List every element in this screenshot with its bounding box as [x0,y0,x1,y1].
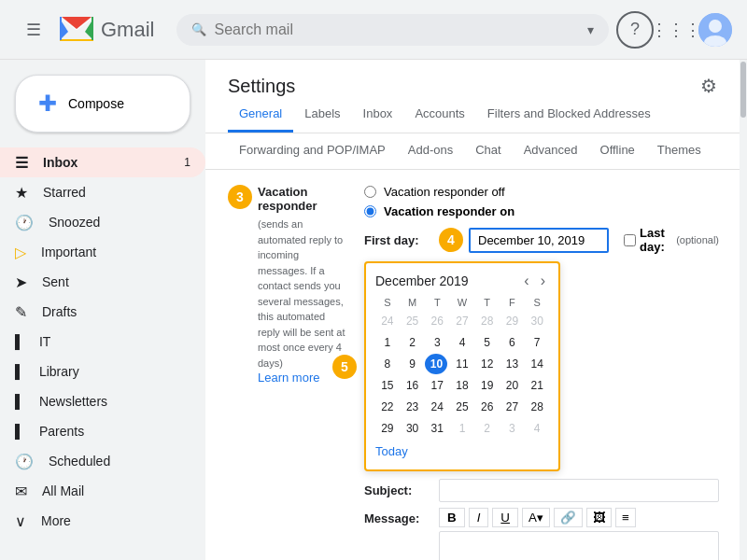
avatar[interactable] [698,13,732,47]
cal-day[interactable]: 19 [475,375,500,396]
sidebar-item-parents[interactable]: ▌ Parents [0,416,205,446]
sidebar-item-important[interactable]: ▷ Important [0,237,205,267]
cal-day[interactable]: 27 [450,311,474,331]
cal-day[interactable]: 26 [475,397,500,417]
hamburger-icon[interactable]: ☰ [15,11,52,49]
apps-icon[interactable]: ⋮⋮⋮ [657,11,695,49]
radio-on-input[interactable] [364,205,376,217]
cal-day[interactable]: 2 [475,418,500,439]
vacation-options-col: Vacation responder off Vacation responde… [364,185,719,560]
image-button[interactable]: 🖼 [586,508,612,527]
underline-button[interactable]: U [492,508,518,527]
cal-next-icon[interactable]: › [537,273,549,289]
sidebar-item-scheduled[interactable]: 🕐 Scheduled [0,446,205,476]
cal-day[interactable]: 18 [450,375,474,396]
tab-general[interactable]: General [228,97,293,133]
compose-button[interactable]: ✚ Compose [15,75,190,133]
cal-day[interactable]: 24 [425,397,449,417]
calendar-today-btn[interactable]: Today [375,439,549,460]
learn-more-link[interactable]: Learn more [258,371,319,385]
last-day-checkbox[interactable] [624,234,636,246]
cal-day[interactable]: 14 [525,354,549,374]
cal-day[interactable]: 1 [450,418,474,439]
cal-day[interactable]: 6 [500,332,525,353]
cal-day[interactable]: 20 [500,375,525,396]
cal-day[interactable]: 3 [425,332,449,353]
search-input[interactable] [214,21,580,38]
sidebar-item-all-mail[interactable]: ✉ All Mail [0,476,205,506]
sidebar-item-starred[interactable]: ★ Starred [0,177,205,207]
tab-offline[interactable]: Offline [589,133,646,169]
message-textarea[interactable] [439,531,719,560]
radio-on[interactable]: Vacation responder on [364,204,719,218]
cal-day[interactable]: 25 [450,397,474,417]
italic-button[interactable]: I [469,508,489,527]
cal-day[interactable]: 27 [500,397,525,417]
subject-input[interactable] [439,479,719,502]
tab-forwarding[interactable]: Forwarding and POP/IMAP [228,133,397,169]
search-dropdown-icon[interactable]: ▾ [587,22,594,37]
cal-day[interactable]: 11 [450,354,474,374]
sidebar-item-drafts[interactable]: ✎ Drafts [0,297,205,327]
sidebar-item-sent[interactable]: ➤ Sent [0,267,205,297]
cal-day[interactable]: 22 [375,397,400,417]
cal-day[interactable]: 24 [375,311,400,331]
sidebar-item-it[interactable]: ▌ IT [0,327,205,357]
font-color-button[interactable]: A▾ [522,508,550,527]
cal-day[interactable]: 15 [375,375,400,396]
sidebar-item-label: Newsletters [39,394,107,409]
cal-day[interactable]: 28 [525,397,549,417]
sidebar-item-snoozed[interactable]: 🕐 Snoozed [0,207,205,237]
cal-day[interactable]: 3 [500,418,525,439]
cal-day[interactable]: 29 [375,418,400,439]
cal-day[interactable]: 28 [475,311,500,331]
cal-day[interactable]: 4 [525,418,549,439]
cal-day[interactable]: 12 [475,354,500,374]
cal-day[interactable]: 2 [401,332,425,353]
tab-themes[interactable]: Themes [646,133,712,169]
cal-day[interactable]: 25 [401,311,425,331]
cal-day[interactable]: 7 [525,332,549,353]
cal-day[interactable]: 21 [525,375,549,396]
cal-day[interactable]: 1 [375,332,400,353]
cal-day-selected[interactable]: 10 [425,354,447,374]
cal-day[interactable]: 29 [500,311,525,331]
cal-day-header-s2: S [525,295,549,310]
tab-addons[interactable]: Add-ons [397,133,464,169]
cal-day[interactable]: 30 [525,311,549,331]
first-day-input[interactable] [469,228,609,253]
sidebar-item-more[interactable]: ∨ More [0,506,205,536]
cal-day[interactable]: 9 [401,354,425,374]
cal-day[interactable]: 26 [425,311,449,331]
tab-labels[interactable]: Labels [293,97,351,133]
cal-prev-icon[interactable]: ‹ [520,273,532,289]
help-icon[interactable]: ? [616,11,654,49]
radio-off[interactable]: Vacation responder off [364,185,719,199]
cal-day[interactable]: 16 [401,375,425,396]
cal-day[interactable]: 5 [475,332,500,353]
cal-day[interactable]: 30 [401,418,425,439]
tab-accounts[interactable]: Accounts [403,97,475,133]
align-button[interactable]: ≡ [615,508,636,527]
cal-day-header-t: T [425,295,449,310]
radio-off-input[interactable] [364,186,376,198]
tab-advanced[interactable]: Advanced [513,133,589,169]
cal-day[interactable]: 8 [375,354,400,374]
sidebar-item-inbox[interactable]: ☰ Inbox 1 [0,147,205,177]
cal-day[interactable]: 17 [425,375,449,396]
cal-day-header-s: S [375,295,400,310]
tab-inbox[interactable]: Inbox [352,97,404,133]
scrollbar-thumb[interactable] [740,62,746,118]
link-button[interactable]: 🔗 [554,508,583,527]
tab-chat[interactable]: Chat [464,133,512,169]
scrollbar[interactable] [740,60,747,560]
sidebar-item-newsletters[interactable]: ▌ Newsletters [0,386,205,416]
cal-day[interactable]: 23 [401,397,425,417]
cal-day[interactable]: 13 [500,354,525,374]
tab-filters[interactable]: Filters and Blocked Addresses [476,97,662,133]
cal-day[interactable]: 31 [425,418,449,439]
sidebar-item-library[interactable]: ▌ Library [0,357,205,386]
settings-gear-icon[interactable]: ⚙ [700,75,717,97]
cal-day[interactable]: 4 [450,332,474,353]
bold-button[interactable]: B [439,508,465,527]
